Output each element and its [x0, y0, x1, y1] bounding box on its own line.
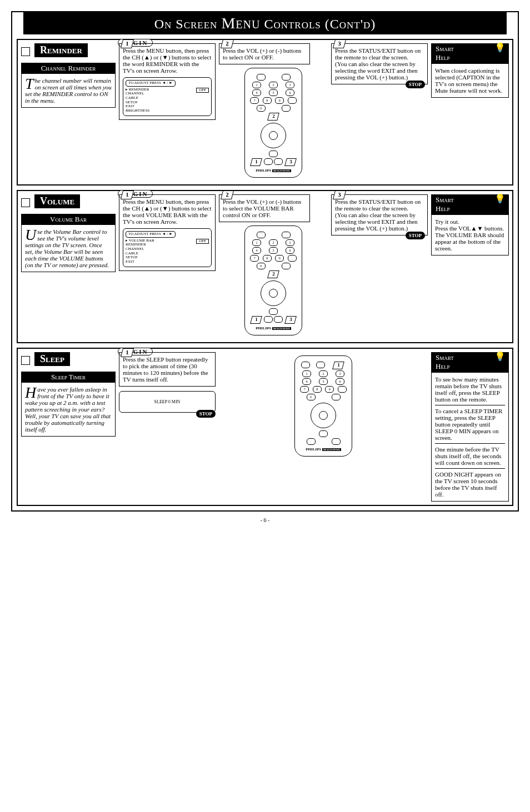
step-number-icon: 1: [121, 39, 134, 48]
reminder-help-text: When closed captioning is selected (CAPT…: [435, 67, 502, 94]
callout-1: 1: [250, 158, 262, 166]
smart-b: Help: [436, 204, 449, 213]
remote-subbrand: MAGNAVOX: [322, 448, 341, 451]
reminder-step1-col: 1 Press the MENU button, then press the …: [119, 43, 216, 181]
osd-item: SETUP: [126, 101, 209, 105]
page-footer: - 6 -: [11, 517, 519, 523]
reminder-steps: BEGIN 1 Press the MENU button, then pres…: [116, 43, 428, 181]
remote-subbrand: MAGNAVOX: [272, 327, 291, 330]
volume-help: Smart Help Try it out. Press the VOL▲▼ b…: [431, 194, 509, 339]
volume-help-box: Try it out. Press the VOL▲▼ buttons. The…: [431, 214, 509, 255]
callout-3: 3: [284, 158, 297, 166]
volume-step3: 3 Press the STATUS/EXIT button on the re…: [331, 194, 428, 235]
page-title: On Screen Menu Controls (Cont'd): [23, 12, 507, 34]
volume-step2-text: Press the VOL (+) or (-) buttons to sele…: [223, 198, 301, 218]
sleep-help: Smart Help To see how many minutes remai…: [431, 352, 509, 502]
reminder-help: Smart Help When closed captioning is sel…: [431, 43, 509, 181]
remote-brand: PHILIPS: [256, 168, 271, 173]
volume-osd: TO ADJUST PRESS ◄ / ► VOLUME BAROFF REMI…: [123, 228, 212, 267]
volume-step2: 2 Press the VOL (+) or (-) buttons to se…: [219, 194, 310, 222]
stop-badge: STOP: [406, 81, 425, 88]
reminder-help-box: When closed captioning is selected (CAPT…: [431, 63, 509, 98]
volume-step1: 1 Press the MENU button, then press the …: [119, 194, 216, 271]
volume-intro: U se the Volume Bar control to see the T…: [21, 225, 116, 272]
dpad-icon: [261, 280, 286, 306]
sleep-step1: 1 Press the SLEEP button repeatedly to p…: [119, 352, 216, 387]
stop-badge: STOP: [196, 410, 216, 418]
sleep-left: Sleep Sleep Timer H ave you ever fallen …: [21, 352, 116, 502]
sleep-help1: To see how many minutes remain before th…: [435, 376, 502, 403]
callout-1: 1: [250, 316, 262, 324]
title-part-b: Menu: [221, 14, 260, 32]
lightbulb-icon: [494, 42, 507, 54]
remote-brand: PHILIPS: [306, 447, 321, 452]
remote-illustration: 123 456 789 0 2 1 3 PHILIPS MAGNAVOX: [244, 225, 302, 335]
volume-left: Volume Volume Bar U se the Volume Bar co…: [21, 194, 116, 339]
volume-steps: BEGIN 1 Press the MENU button, then pres…: [116, 194, 428, 339]
section-sleep: Sleep Sleep Timer H ave you ever fallen …: [17, 348, 513, 506]
remote-subbrand: MAGNAVOX: [272, 169, 291, 172]
callout-2: 2: [267, 270, 279, 278]
smart-b: Help: [436, 362, 449, 370]
osd-item: CABLE: [126, 252, 209, 256]
osd-off: OFF: [196, 88, 209, 93]
dpad-icon: [261, 123, 286, 148]
volume-intro-text: se the Volume Bar control to see the TV'…: [25, 228, 109, 268]
smart-a: Smart: [436, 196, 454, 204]
lightbulb-icon: [494, 351, 507, 363]
sleep-step1-col: 1 Press the SLEEP button repeatedly to p…: [119, 352, 216, 502]
remote-brand: PHILIPS: [256, 326, 271, 330]
title-part-c: Controls (Cont'd): [260, 17, 376, 31]
smart-label: Smart Help: [431, 43, 509, 63]
reminder-dropcap: T: [25, 77, 35, 91]
stop-badge: STOP: [406, 232, 425, 239]
osd-hint: TO ADJUST PRESS ◄ / ►: [126, 80, 176, 87]
sleep-steps: BEGIN 1 Press the SLEEP button repeatedl…: [116, 352, 428, 502]
sleep-label: Sleep: [34, 352, 70, 366]
reminder-step1: 1 Press the MENU button, then press the …: [119, 43, 216, 120]
volume-step1-col: 1 Press the MENU button, then press the …: [119, 194, 216, 339]
title-part-a: On Screen: [154, 17, 222, 31]
reminder-step3: 3 Press the STATUS/EXIT button on the re…: [331, 43, 428, 84]
volume-step3-text: Press the STATUS/EXIT button on the remo…: [335, 198, 421, 232]
volume-step1-text: Press the MENU button, then press the CH…: [123, 198, 212, 225]
page-frame: On Screen Menu Controls (Cont'd) Reminde…: [11, 11, 519, 512]
remote-illustration: 1 123 456 789 0 PHILIPS MAGNAVOX: [294, 355, 352, 457]
reminder-step3-text: Press the STATUS/EXIT button on the remo…: [335, 47, 421, 81]
smart-a: Smart: [436, 44, 454, 53]
reminder-step3-col: 3 Press the STATUS/EXIT button on the re…: [331, 43, 428, 181]
osd-off: OFF: [196, 239, 209, 244]
reminder-step2: 2 Press the VOL (+) or (-) buttons to se…: [219, 43, 310, 64]
smart-a: Smart: [436, 353, 454, 362]
reminder-intro: T he channel number will remain on scree…: [21, 74, 116, 108]
smart-label: Smart Help: [431, 194, 509, 214]
volume-sub: Volume Bar: [21, 214, 116, 225]
reminder-intro-text: he channel number will remain on screen …: [25, 77, 112, 104]
smart-b: Help: [436, 53, 449, 62]
osd-item: EXIT: [126, 260, 209, 264]
osd-hint: TO ADJUST PRESS ◄ / ►: [126, 231, 176, 238]
sleep-step1-text: Press the SLEEP button repeatedly to pic…: [123, 356, 208, 383]
sleep-remote-col: 1 123 456 789 0 PHILIPS MAGNAVOX: [219, 352, 428, 502]
remote-illustration: 123 456 789 0 2 1 3 PHILIPS MAGNAVOX: [244, 68, 302, 178]
osd-item: BRIGHTNESS: [126, 109, 209, 113]
section-volume: Volume Volume Bar U se the Volume Bar co…: [17, 190, 513, 343]
sleep-help3: One minute before the TV shuts itself of…: [435, 446, 501, 466]
sleep-intro-text: ave you ever fallen asleep in front of t…: [25, 386, 111, 433]
osd-item: CABLE: [126, 96, 209, 101]
step-number-icon: 1: [121, 348, 134, 357]
step-number-icon: 3: [333, 191, 346, 199]
reminder-step1-text: Press the MENU button, then press the CH…: [123, 47, 212, 74]
sleep-intro: H ave you ever fallen asleep in front of…: [21, 383, 116, 437]
lightbulb-icon: [494, 193, 507, 205]
step-number-icon: 1: [121, 191, 134, 199]
callout-2: 2: [267, 113, 279, 121]
reminder-osd: TO ADJUST PRESS ◄ / ► REMINDEROFF CHANNE…: [123, 77, 212, 116]
callout-1: 1: [332, 362, 344, 369]
sleep-help-box: To see how many minutes remain before th…: [431, 372, 509, 502]
reminder-left: Reminder Channel Reminder T he channel n…: [21, 43, 116, 181]
reminder-step2-col: 2 Press the VOL (+) or (-) buttons to se…: [219, 43, 328, 181]
reminder-sub: Channel Reminder: [21, 63, 116, 74]
step-number-icon: 2: [221, 191, 234, 199]
volume-dropcap: U: [25, 228, 37, 242]
